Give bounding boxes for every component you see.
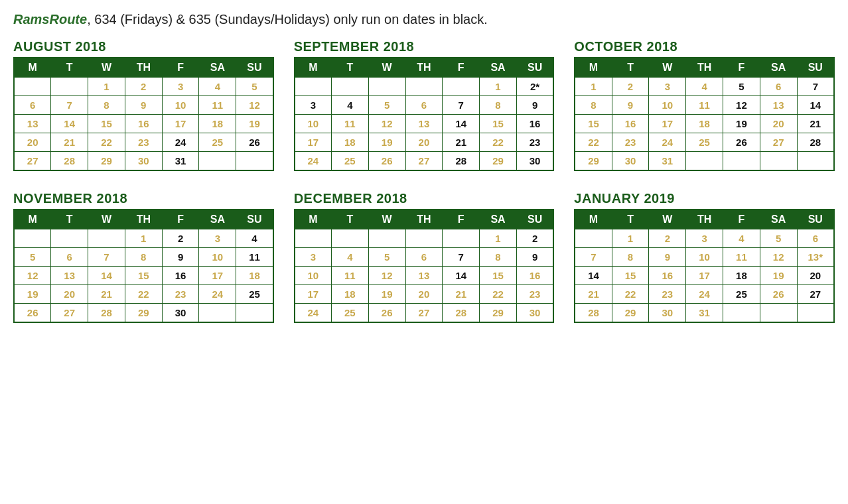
col-header-m: M: [295, 58, 332, 78]
col-header-w: W: [368, 58, 405, 78]
cal-cell: 17: [295, 285, 332, 304]
table-row: 1234567: [575, 78, 834, 96]
table-row: 24252627282930: [295, 152, 554, 171]
cal-cell: 3: [649, 78, 686, 96]
col-header-f: F: [723, 58, 760, 78]
cal-cell: 24: [162, 133, 199, 152]
cal-cell: 1: [125, 229, 162, 248]
cal-cell: 22: [125, 285, 162, 304]
table-row: 19202122232425: [14, 285, 273, 304]
col-header-w: W: [88, 210, 125, 229]
cal-cell: [760, 304, 797, 323]
cal-cell: 12: [368, 115, 405, 133]
cal-cell: 16: [516, 115, 553, 133]
calendars-grid: AUGUST 2018MTWTHFSASU1234567891011121314…: [13, 39, 835, 323]
cal-cell: 20: [797, 267, 834, 285]
cal-table-oct2018: MTWTHFSASU123456789101112131415161718192…: [574, 57, 835, 171]
cal-cell: [723, 152, 760, 171]
col-header-th: TH: [405, 210, 443, 229]
cal-cell: [405, 229, 443, 248]
cal-cell: 27: [14, 152, 51, 171]
cal-cell: 24: [649, 133, 686, 152]
col-header-sa: SA: [199, 58, 236, 78]
table-row: 28293031: [575, 304, 834, 323]
cal-cell: 17: [199, 267, 236, 285]
table-row: 12131415161718: [14, 267, 273, 285]
col-header-su: SU: [797, 58, 834, 78]
cal-cell: 30: [649, 304, 686, 323]
cal-cell: 14: [797, 96, 834, 115]
cal-cell: 4: [199, 78, 236, 96]
cal-cell: 30: [516, 152, 553, 171]
cal-cell: 22: [575, 133, 612, 152]
cal-cell: [443, 78, 480, 96]
cal-cell: 14: [443, 267, 480, 285]
cal-cell: 22: [88, 133, 125, 152]
cal-cell: 25: [236, 285, 273, 304]
cal-cell: 4: [331, 248, 368, 267]
cal-cell: 1: [480, 229, 517, 248]
cal-cell: 3: [295, 248, 332, 267]
cal-cell: 17: [686, 267, 723, 285]
cal-cell: 8: [88, 96, 125, 115]
cal-cell: 13: [760, 96, 797, 115]
cal-cell: 11: [199, 96, 236, 115]
cal-cell: 12: [236, 96, 273, 115]
cal-cell: 18: [331, 285, 368, 304]
cal-cell: 19: [760, 267, 797, 285]
cal-cell: 19: [723, 115, 760, 133]
cal-cell: [405, 78, 443, 96]
table-row: 10111213141516: [295, 267, 554, 285]
cal-cell: 17: [295, 133, 332, 152]
cal-cell: 27: [760, 133, 797, 152]
cal-cell: 27: [405, 152, 443, 171]
cal-cell: 27: [405, 304, 443, 323]
col-header-th: TH: [686, 210, 723, 229]
cal-cell: 1: [612, 229, 649, 248]
col-header-m: M: [14, 210, 51, 229]
cal-cell: 29: [612, 304, 649, 323]
cal-cell: 6: [405, 96, 443, 115]
col-header-f: F: [723, 210, 760, 229]
col-header-su: SU: [516, 210, 553, 229]
cal-cell: 26: [368, 304, 405, 323]
cal-cell: 29: [88, 152, 125, 171]
cal-cell: [797, 152, 834, 171]
col-header-f: F: [162, 210, 199, 229]
cal-cell: 28: [797, 133, 834, 152]
cal-cell: 5: [14, 248, 51, 267]
cal-table-dec2018: MTWTHFSASU123456789101112131415161718192…: [294, 209, 555, 323]
col-header-t: T: [331, 58, 368, 78]
table-row: 15161718192021: [575, 115, 834, 133]
col-header-t: T: [51, 58, 88, 78]
cal-cell: 15: [612, 267, 649, 285]
cal-cell: 14: [51, 115, 88, 133]
cal-cell: 26: [236, 133, 273, 152]
cal-cell: 7: [575, 248, 612, 267]
col-header-m: M: [14, 58, 51, 78]
cal-cell: 7: [443, 96, 480, 115]
cal-table-nov2018: MTWTHFSASU123456789101112131415161718192…: [13, 209, 274, 323]
calendar-aug2018: AUGUST 2018MTWTHFSASU1234567891011121314…: [13, 39, 274, 171]
cal-cell: 4: [236, 229, 273, 248]
cal-cell: 8: [575, 96, 612, 115]
cal-cell: 31: [649, 152, 686, 171]
col-header-sa: SA: [760, 210, 797, 229]
cal-cell: 20: [405, 133, 443, 152]
cal-cell: 6: [797, 229, 834, 248]
month-title-sep2018: SEPTEMBER 2018: [294, 39, 555, 54]
cal-cell: 9: [649, 248, 686, 267]
cal-cell: 20: [760, 115, 797, 133]
cal-cell: 20: [405, 285, 443, 304]
cal-cell: [199, 304, 236, 323]
cal-cell: 23: [516, 285, 553, 304]
cal-cell: 23: [516, 133, 553, 152]
month-title-jan2019: JANUARY 2019: [574, 191, 835, 206]
cal-cell: 21: [797, 115, 834, 133]
cal-cell: 9: [612, 96, 649, 115]
cal-cell: 29: [480, 304, 517, 323]
cal-cell: 21: [443, 133, 480, 152]
cal-cell: 9: [516, 248, 553, 267]
cal-cell: 8: [480, 248, 517, 267]
col-header-sa: SA: [480, 210, 517, 229]
